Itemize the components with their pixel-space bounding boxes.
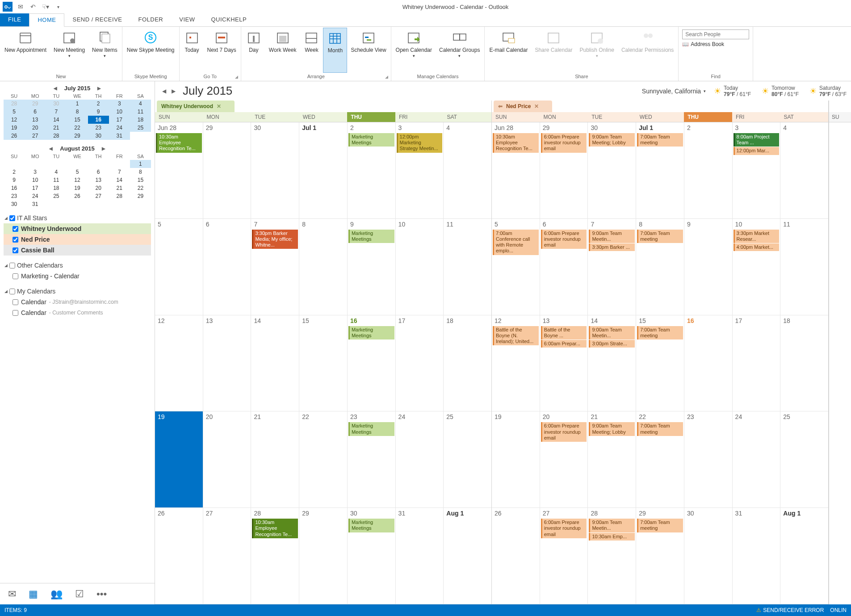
- mini-day[interactable]: 28: [46, 132, 67, 140]
- calendar-day[interactable]: 21: [251, 411, 299, 507]
- mini-day[interactable]: 26: [67, 192, 88, 200]
- calendar-day[interactable]: 27: [203, 508, 252, 604]
- calendar-day[interactable]: 29: [203, 122, 252, 218]
- mini-day[interactable]: [88, 200, 109, 208]
- calendar-day[interactable]: 24: [733, 411, 781, 507]
- calendar-event[interactable]: Marketing Meetings: [348, 422, 394, 436]
- mini-day[interactable]: 28: [4, 100, 25, 108]
- mini-day[interactable]: 13: [25, 116, 46, 124]
- calendar-day[interactable]: 19: [155, 411, 203, 507]
- calendar-day[interactable]: 23: [684, 411, 733, 507]
- mini-day[interactable]: 29: [67, 132, 88, 140]
- mini-day[interactable]: 24: [109, 124, 130, 132]
- calendar-event[interactable]: 12:00pm Mar...: [734, 147, 780, 155]
- mini-day[interactable]: 31: [109, 132, 130, 140]
- calendar-event[interactable]: 9:00am Team Meeting; Lobby: [589, 422, 635, 436]
- calendar-day[interactable]: 87:00am Team meeting: [636, 219, 684, 315]
- calendar-checkbox[interactable]: [13, 299, 18, 305]
- mini-day[interactable]: [4, 160, 25, 168]
- arrow-left-icon[interactable]: ⬅: [498, 103, 503, 109]
- mini-day[interactable]: 6: [25, 108, 46, 116]
- calendar-day[interactable]: 4: [444, 122, 491, 218]
- calendar-event[interactable]: 4:00pm Market...: [734, 243, 780, 251]
- calendar-day[interactable]: 31: [733, 508, 781, 604]
- calendar-day[interactable]: 14: [251, 315, 299, 411]
- mini-day[interactable]: 5: [4, 108, 25, 116]
- mini-day[interactable]: 18: [46, 184, 67, 192]
- calendar-tab-ned[interactable]: ⬅Ned Price✕: [494, 101, 552, 112]
- mini-day[interactable]: 10: [25, 176, 46, 184]
- mini-day[interactable]: 2: [88, 100, 109, 108]
- calendar-day[interactable]: 17: [733, 315, 781, 411]
- calendar-day[interactable]: 18: [780, 315, 828, 411]
- email-calendar-button[interactable]: E-mail Calendar: [486, 28, 531, 73]
- mini-day[interactable]: 3: [25, 168, 46, 176]
- calendar-group[interactable]: Other Calendars: [4, 260, 151, 271]
- calendar-event[interactable]: 7:00am Team meeting: [637, 230, 683, 243]
- mini-day[interactable]: 6: [88, 168, 109, 176]
- calendar-day[interactable]: 312:00pm Marketing Strategy Meetin...: [396, 122, 444, 218]
- calendar-event[interactable]: Battle of the Boyne (N. Ireland); United…: [493, 326, 539, 346]
- calendar-groups-button[interactable]: Calendar Groups▾: [436, 28, 483, 73]
- calendar-event[interactable]: 10:30am Emp...: [589, 533, 635, 541]
- nav-people-icon[interactable]: 👥: [50, 588, 63, 600]
- mini-day[interactable]: 1: [67, 100, 88, 108]
- calendar-day[interactable]: Aug 1: [444, 508, 491, 604]
- calendar-day[interactable]: 149:00am Team Meetin...3:00pm Strate...: [588, 315, 636, 411]
- tab-home[interactable]: HOME: [29, 13, 64, 27]
- group-checkbox[interactable]: [9, 289, 15, 294]
- calendar-checkbox[interactable]: [13, 226, 18, 232]
- calendar-checkbox[interactable]: [13, 310, 18, 316]
- schedule-view-button[interactable]: Schedule View: [347, 28, 390, 73]
- close-tab-icon[interactable]: ✕: [534, 103, 539, 109]
- mini-day[interactable]: 27: [25, 132, 46, 140]
- calendar-day[interactable]: 4: [780, 122, 828, 218]
- calendar-event[interactable]: Marketing Meetings: [348, 326, 394, 339]
- mini-day[interactable]: 4: [130, 100, 151, 108]
- calendar-day[interactable]: 206:00am Prepare investor roundup email: [540, 411, 588, 507]
- weather-location[interactable]: Sunnyvale, California▾: [642, 88, 706, 95]
- calendar-event[interactable]: Marketing Meetings: [348, 133, 394, 147]
- mini-day[interactable]: 22: [130, 184, 151, 192]
- mini-day[interactable]: 13: [88, 176, 109, 184]
- calendar-day[interactable]: Jun 2810:30am Employee Recognition Te...: [492, 122, 540, 218]
- nav-tasks-icon[interactable]: ☑: [75, 588, 84, 600]
- mini-prev-icon[interactable]: ◀: [48, 86, 63, 91]
- mini-day[interactable]: 15: [67, 116, 88, 124]
- calendar-day[interactable]: 2Marketing Meetings: [348, 122, 396, 218]
- qat-touch-icon[interactable]: ☟▾: [41, 2, 50, 11]
- arrange-dialog-launcher-icon[interactable]: ◢: [385, 75, 388, 79]
- mini-day[interactable]: [88, 160, 109, 168]
- mini-day[interactable]: 19: [4, 124, 25, 132]
- calendar-day[interactable]: 9: [684, 219, 733, 315]
- calendar-group[interactable]: My Calendars: [4, 286, 151, 297]
- mini-day[interactable]: 14: [109, 176, 130, 184]
- calendar-day[interactable]: 57:00am Conference call with Remote empl…: [492, 219, 540, 315]
- new-meeting-button[interactable]: New Meeting▾: [50, 28, 88, 73]
- mini-day[interactable]: 14: [46, 116, 67, 124]
- mini-day[interactable]: [25, 160, 46, 168]
- calendar-day[interactable]: 219:00am Team Meeting; Lobby: [588, 411, 636, 507]
- calendar-day[interactable]: 103:30pm Market Resear...4:00pm Market..…: [733, 219, 781, 315]
- mini-day[interactable]: 12: [67, 176, 88, 184]
- mini-day[interactable]: [46, 160, 67, 168]
- calendar-checkbox[interactable]: [13, 237, 18, 243]
- calendar-day[interactable]: 30: [684, 508, 733, 604]
- calendar-day[interactable]: 16: [684, 315, 733, 411]
- mini-day[interactable]: 17: [25, 184, 46, 192]
- mini-day[interactable]: 5: [67, 168, 88, 176]
- calendar-day[interactable]: 79:00am Team Meetin...3:30pm Barker ...: [588, 219, 636, 315]
- calendar-event[interactable]: 7:00am Team meeting: [637, 133, 683, 147]
- calendar-event[interactable]: 12:00pm Marketing Strategy Meetin...: [397, 133, 443, 153]
- calendar-item[interactable]: Whitney Underwood: [4, 223, 151, 234]
- mini-next-icon[interactable]: ▶: [92, 86, 106, 91]
- calendar-item[interactable]: Cassie Ball: [4, 245, 151, 256]
- calendar-day[interactable]: Jul 17:00am Team meeting: [636, 122, 684, 218]
- nav-mail-icon[interactable]: ✉: [8, 588, 16, 600]
- calendar-day[interactable]: 23Marketing Meetings: [348, 411, 396, 507]
- qat-undo-icon[interactable]: ↶: [29, 2, 38, 11]
- calendar-day[interactable]: 24: [396, 411, 444, 507]
- calendar-day[interactable]: 15: [299, 315, 348, 411]
- calendar-event[interactable]: 3:00pm Strate...: [589, 340, 635, 348]
- mini-day[interactable]: 11: [130, 108, 151, 116]
